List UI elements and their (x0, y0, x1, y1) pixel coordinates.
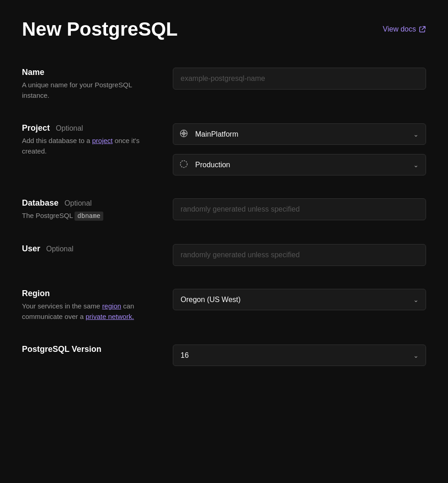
database-input[interactable] (173, 198, 426, 220)
page-header: New PostgreSQL View docs (22, 18, 426, 40)
private-network-link[interactable]: private network. (85, 313, 134, 320)
project-control-col: MainPlatform ⌄ Production Development St… (173, 123, 426, 175)
name-label-col: Name A unique name for your PostgreSQL i… (22, 68, 155, 101)
project-select-wrapper: MainPlatform ⌄ (173, 123, 426, 145)
user-field-label: User Optional (22, 244, 155, 254)
region-section: Region Your services in the same region … (22, 289, 426, 322)
user-control-col (173, 244, 426, 266)
region-control-col: Oregon (US West) Ohio (US East) Frankfur… (173, 289, 426, 310)
postgresql-version-select-wrapper: 16 15 14 13 ⌄ (173, 345, 426, 366)
user-label-col: User Optional (22, 244, 155, 256)
database-optional-label: Optional (64, 199, 92, 207)
environment-select-wrapper: Production Development Staging ⌄ (173, 154, 426, 175)
region-link[interactable]: region (102, 302, 121, 310)
user-input[interactable] (173, 244, 426, 266)
database-field-description: The PostgreSQL dbname (22, 211, 155, 221)
name-section: Name A unique name for your PostgreSQL i… (22, 68, 426, 101)
region-select-wrapper: Oregon (US West) Ohio (US East) Frankfur… (173, 289, 426, 310)
name-field-label: Name (22, 68, 155, 77)
postgresql-version-field-label: PostgreSQL Version (22, 345, 155, 354)
project-label-col: Project Optional Add this database to a … (22, 123, 155, 156)
postgresql-version-control-col: 16 15 14 13 ⌄ (173, 345, 426, 366)
database-section: Database Optional The PostgreSQL dbname (22, 198, 426, 221)
postgresql-version-section: PostgreSQL Version 16 15 14 13 ⌄ (22, 345, 426, 366)
name-control-col (173, 68, 426, 90)
environment-select[interactable]: Production Development Staging (173, 154, 426, 175)
user-section: User Optional (22, 244, 426, 266)
dbname-code: dbname (75, 212, 103, 221)
region-select[interactable]: Oregon (US West) Ohio (US East) Frankfur… (173, 289, 426, 310)
name-field-description: A unique name for your PostgreSQL instan… (22, 80, 155, 101)
view-docs-link[interactable]: View docs (383, 25, 426, 33)
user-optional-label: Optional (46, 245, 74, 253)
project-field-label: Project Optional (22, 123, 155, 133)
region-field-label: Region (22, 289, 155, 298)
database-field-label: Database Optional (22, 198, 155, 208)
database-control-col (173, 198, 426, 220)
view-docs-label: View docs (383, 25, 416, 33)
page-title: New PostgreSQL (22, 18, 178, 40)
project-section: Project Optional Add this database to a … (22, 123, 426, 175)
postgresql-version-label-col: PostgreSQL Version (22, 345, 155, 357)
external-link-icon (419, 26, 426, 33)
project-select[interactable]: MainPlatform (173, 123, 426, 145)
project-link[interactable]: project (92, 137, 112, 144)
region-field-description: Your services in the same region can com… (22, 301, 155, 322)
postgresql-version-select[interactable]: 16 15 14 13 (173, 345, 426, 366)
database-label-col: Database Optional The PostgreSQL dbname (22, 198, 155, 221)
project-optional-label: Optional (56, 124, 83, 132)
region-label-col: Region Your services in the same region … (22, 289, 155, 322)
project-field-description: Add this database to a project once it's… (22, 136, 155, 156)
name-input[interactable] (173, 68, 426, 90)
